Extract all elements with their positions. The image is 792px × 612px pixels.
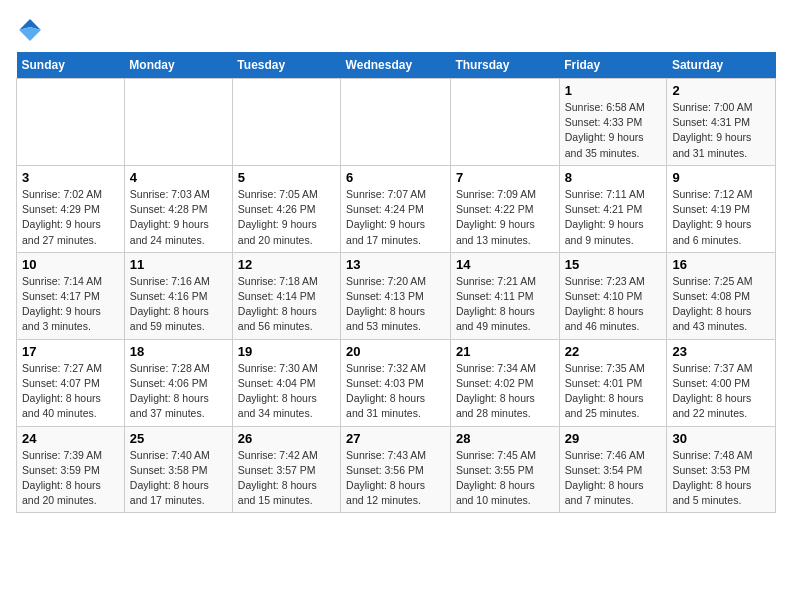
calendar-cell: 25Sunrise: 7:40 AM Sunset: 3:58 PM Dayli… [124, 426, 232, 513]
calendar-header-thursday: Thursday [450, 52, 559, 79]
day-info: Sunrise: 7:39 AM Sunset: 3:59 PM Dayligh… [22, 448, 119, 509]
day-info: Sunrise: 7:42 AM Sunset: 3:57 PM Dayligh… [238, 448, 335, 509]
day-info: Sunrise: 7:02 AM Sunset: 4:29 PM Dayligh… [22, 187, 119, 248]
calendar-cell: 21Sunrise: 7:34 AM Sunset: 4:02 PM Dayli… [450, 339, 559, 426]
calendar-cell: 6Sunrise: 7:07 AM Sunset: 4:24 PM Daylig… [341, 165, 451, 252]
calendar-header-friday: Friday [559, 52, 667, 79]
calendar-week-0: 1Sunrise: 6:58 AM Sunset: 4:33 PM Daylig… [17, 79, 776, 166]
calendar-cell: 19Sunrise: 7:30 AM Sunset: 4:04 PM Dayli… [232, 339, 340, 426]
calendar-cell: 17Sunrise: 7:27 AM Sunset: 4:07 PM Dayli… [17, 339, 125, 426]
logo [16, 16, 48, 44]
calendar-cell [17, 79, 125, 166]
calendar-cell: 24Sunrise: 7:39 AM Sunset: 3:59 PM Dayli… [17, 426, 125, 513]
day-info: Sunrise: 7:27 AM Sunset: 4:07 PM Dayligh… [22, 361, 119, 422]
calendar-cell: 28Sunrise: 7:45 AM Sunset: 3:55 PM Dayli… [450, 426, 559, 513]
calendar-cell [341, 79, 451, 166]
day-number: 24 [22, 431, 119, 446]
day-info: Sunrise: 7:23 AM Sunset: 4:10 PM Dayligh… [565, 274, 662, 335]
calendar-cell: 12Sunrise: 7:18 AM Sunset: 4:14 PM Dayli… [232, 252, 340, 339]
calendar-week-3: 17Sunrise: 7:27 AM Sunset: 4:07 PM Dayli… [17, 339, 776, 426]
calendar-cell: 29Sunrise: 7:46 AM Sunset: 3:54 PM Dayli… [559, 426, 667, 513]
day-number: 18 [130, 344, 227, 359]
day-info: Sunrise: 7:09 AM Sunset: 4:22 PM Dayligh… [456, 187, 554, 248]
day-info: Sunrise: 7:14 AM Sunset: 4:17 PM Dayligh… [22, 274, 119, 335]
calendar-cell: 8Sunrise: 7:11 AM Sunset: 4:21 PM Daylig… [559, 165, 667, 252]
day-info: Sunrise: 7:45 AM Sunset: 3:55 PM Dayligh… [456, 448, 554, 509]
calendar-cell: 22Sunrise: 7:35 AM Sunset: 4:01 PM Dayli… [559, 339, 667, 426]
day-number: 21 [456, 344, 554, 359]
calendar-cell [450, 79, 559, 166]
day-info: Sunrise: 7:46 AM Sunset: 3:54 PM Dayligh… [565, 448, 662, 509]
calendar-cell: 1Sunrise: 6:58 AM Sunset: 4:33 PM Daylig… [559, 79, 667, 166]
day-number: 27 [346, 431, 445, 446]
calendar-header-wednesday: Wednesday [341, 52, 451, 79]
day-number: 4 [130, 170, 227, 185]
day-number: 26 [238, 431, 335, 446]
calendar-cell: 30Sunrise: 7:48 AM Sunset: 3:53 PM Dayli… [667, 426, 776, 513]
day-number: 23 [672, 344, 770, 359]
day-number: 2 [672, 83, 770, 98]
calendar-header-monday: Monday [124, 52, 232, 79]
calendar-cell: 18Sunrise: 7:28 AM Sunset: 4:06 PM Dayli… [124, 339, 232, 426]
day-number: 11 [130, 257, 227, 272]
calendar-cell: 13Sunrise: 7:20 AM Sunset: 4:13 PM Dayli… [341, 252, 451, 339]
calendar-cell: 2Sunrise: 7:00 AM Sunset: 4:31 PM Daylig… [667, 79, 776, 166]
day-number: 10 [22, 257, 119, 272]
calendar-cell [124, 79, 232, 166]
day-number: 7 [456, 170, 554, 185]
day-number: 8 [565, 170, 662, 185]
calendar-cell: 11Sunrise: 7:16 AM Sunset: 4:16 PM Dayli… [124, 252, 232, 339]
logo-icon [16, 16, 44, 44]
day-number: 29 [565, 431, 662, 446]
day-info: Sunrise: 7:16 AM Sunset: 4:16 PM Dayligh… [130, 274, 227, 335]
calendar-cell: 16Sunrise: 7:25 AM Sunset: 4:08 PM Dayli… [667, 252, 776, 339]
day-number: 13 [346, 257, 445, 272]
calendar-cell: 7Sunrise: 7:09 AM Sunset: 4:22 PM Daylig… [450, 165, 559, 252]
day-number: 12 [238, 257, 335, 272]
calendar-cell: 27Sunrise: 7:43 AM Sunset: 3:56 PM Dayli… [341, 426, 451, 513]
calendar-cell: 10Sunrise: 7:14 AM Sunset: 4:17 PM Dayli… [17, 252, 125, 339]
day-number: 9 [672, 170, 770, 185]
calendar-week-1: 3Sunrise: 7:02 AM Sunset: 4:29 PM Daylig… [17, 165, 776, 252]
day-info: Sunrise: 7:20 AM Sunset: 4:13 PM Dayligh… [346, 274, 445, 335]
day-info: Sunrise: 7:21 AM Sunset: 4:11 PM Dayligh… [456, 274, 554, 335]
day-number: 28 [456, 431, 554, 446]
day-info: Sunrise: 7:30 AM Sunset: 4:04 PM Dayligh… [238, 361, 335, 422]
calendar-cell: 5Sunrise: 7:05 AM Sunset: 4:26 PM Daylig… [232, 165, 340, 252]
day-info: Sunrise: 6:58 AM Sunset: 4:33 PM Dayligh… [565, 100, 662, 161]
day-info: Sunrise: 7:32 AM Sunset: 4:03 PM Dayligh… [346, 361, 445, 422]
day-number: 15 [565, 257, 662, 272]
calendar-table: SundayMondayTuesdayWednesdayThursdayFrid… [16, 52, 776, 513]
calendar-cell [232, 79, 340, 166]
calendar-cell: 26Sunrise: 7:42 AM Sunset: 3:57 PM Dayli… [232, 426, 340, 513]
day-info: Sunrise: 7:00 AM Sunset: 4:31 PM Dayligh… [672, 100, 770, 161]
day-info: Sunrise: 7:07 AM Sunset: 4:24 PM Dayligh… [346, 187, 445, 248]
day-number: 3 [22, 170, 119, 185]
day-info: Sunrise: 7:05 AM Sunset: 4:26 PM Dayligh… [238, 187, 335, 248]
day-info: Sunrise: 7:37 AM Sunset: 4:00 PM Dayligh… [672, 361, 770, 422]
calendar-cell: 14Sunrise: 7:21 AM Sunset: 4:11 PM Dayli… [450, 252, 559, 339]
day-number: 14 [456, 257, 554, 272]
day-info: Sunrise: 7:18 AM Sunset: 4:14 PM Dayligh… [238, 274, 335, 335]
day-number: 1 [565, 83, 662, 98]
day-number: 25 [130, 431, 227, 446]
day-info: Sunrise: 7:35 AM Sunset: 4:01 PM Dayligh… [565, 361, 662, 422]
calendar-week-4: 24Sunrise: 7:39 AM Sunset: 3:59 PM Dayli… [17, 426, 776, 513]
day-info: Sunrise: 7:12 AM Sunset: 4:19 PM Dayligh… [672, 187, 770, 248]
day-info: Sunrise: 7:34 AM Sunset: 4:02 PM Dayligh… [456, 361, 554, 422]
day-info: Sunrise: 7:43 AM Sunset: 3:56 PM Dayligh… [346, 448, 445, 509]
day-info: Sunrise: 7:28 AM Sunset: 4:06 PM Dayligh… [130, 361, 227, 422]
day-number: 5 [238, 170, 335, 185]
day-info: Sunrise: 7:25 AM Sunset: 4:08 PM Dayligh… [672, 274, 770, 335]
calendar-cell: 9Sunrise: 7:12 AM Sunset: 4:19 PM Daylig… [667, 165, 776, 252]
day-info: Sunrise: 7:40 AM Sunset: 3:58 PM Dayligh… [130, 448, 227, 509]
day-info: Sunrise: 7:48 AM Sunset: 3:53 PM Dayligh… [672, 448, 770, 509]
calendar-week-2: 10Sunrise: 7:14 AM Sunset: 4:17 PM Dayli… [17, 252, 776, 339]
day-number: 17 [22, 344, 119, 359]
day-number: 16 [672, 257, 770, 272]
header [16, 16, 776, 44]
calendar-header-tuesday: Tuesday [232, 52, 340, 79]
calendar-header-saturday: Saturday [667, 52, 776, 79]
calendar-cell: 23Sunrise: 7:37 AM Sunset: 4:00 PM Dayli… [667, 339, 776, 426]
calendar-header-sunday: Sunday [17, 52, 125, 79]
